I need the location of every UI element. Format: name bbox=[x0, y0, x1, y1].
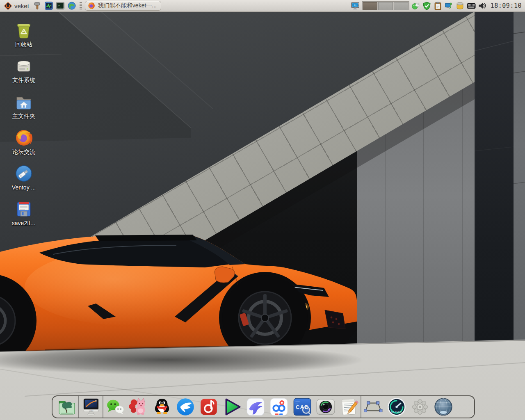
floor-seam-lines bbox=[0, 11, 525, 420]
netease-music-icon bbox=[199, 397, 219, 417]
tray-keyboard-layout[interactable] bbox=[467, 1, 476, 10]
home-folder-icon bbox=[15, 93, 33, 111]
launcher-hammer[interactable] bbox=[32, 1, 42, 11]
tray-network-monitor[interactable] bbox=[445, 1, 454, 10]
top-panel: veket >_ bbox=[0, 0, 525, 12]
desktop-icon-home-folder[interactable]: 主文件夹 bbox=[5, 93, 43, 120]
gear-flower-icon bbox=[410, 397, 430, 417]
messenger-icon bbox=[411, 2, 420, 10]
dock-stacer[interactable]: STACER bbox=[385, 396, 408, 418]
terminal-icon: >_ bbox=[56, 1, 65, 10]
dock: veket bbox=[52, 395, 475, 418]
dock-drawing-tool[interactable] bbox=[361, 396, 385, 418]
launcher-terminal[interactable]: >_ bbox=[55, 1, 65, 11]
keyboard-icon bbox=[467, 2, 476, 9]
xunlei-bird-icon bbox=[245, 397, 266, 417]
dock-camera[interactable] bbox=[314, 396, 337, 418]
svg-text:>_: >_ bbox=[58, 4, 62, 7]
task-title: 我们能不能和veket一... bbox=[98, 2, 157, 9]
menu-label: veket bbox=[14, 2, 29, 9]
veket-logo-icon bbox=[4, 2, 12, 10]
floppy-disk-icon bbox=[15, 200, 33, 218]
workspace-3[interactable] bbox=[394, 2, 409, 10]
dock-cad-viewer[interactable]: CAD bbox=[290, 396, 314, 418]
dock-netease-music[interactable] bbox=[197, 396, 220, 418]
veket-desktop-text: veket bbox=[89, 410, 93, 412]
wallpaper bbox=[0, 11, 525, 420]
clipboard-icon bbox=[434, 2, 442, 10]
dingtalk-icon bbox=[175, 397, 196, 417]
dock-xunlei[interactable] bbox=[244, 396, 267, 418]
system-monitor-icon bbox=[44, 1, 53, 10]
desktop-icon-label: Ventoy ... bbox=[12, 184, 36, 191]
stacer-gauge-icon: STACER bbox=[386, 397, 407, 417]
tray-disk-usage[interactable] bbox=[456, 1, 465, 10]
wechat-icon bbox=[105, 397, 126, 417]
camera-lens-icon bbox=[315, 397, 336, 417]
workspace-1[interactable] bbox=[363, 2, 377, 10]
volume-icon bbox=[478, 2, 487, 10]
dock-text-editor[interactable] bbox=[337, 396, 361, 418]
panel-clock[interactable]: 18:09:10 bbox=[489, 2, 523, 9]
recycle-bin-icon bbox=[15, 21, 33, 39]
desktop-icon-recycle-bin[interactable]: 回收站 bbox=[5, 21, 43, 48]
dock-settings[interactable] bbox=[408, 396, 431, 418]
firefox-icon bbox=[88, 2, 95, 9]
svg-text:✂: ✂ bbox=[354, 3, 356, 7]
tray-security-shield[interactable] bbox=[422, 1, 431, 10]
network-icon bbox=[445, 2, 453, 10]
tray-clipboard[interactable] bbox=[434, 1, 443, 10]
stacer-text: STACER bbox=[391, 411, 402, 413]
hammer-icon bbox=[33, 1, 42, 10]
desktop-icon-ventoy[interactable]: Ventoy ... bbox=[5, 164, 43, 191]
dock-dingtalk[interactable] bbox=[173, 396, 197, 418]
workspace-pager bbox=[362, 1, 409, 10]
dock-red-cat-app[interactable] bbox=[127, 396, 150, 418]
dock-media-player[interactable] bbox=[220, 396, 244, 418]
desktop-screen: veket >_ bbox=[0, 0, 525, 420]
red-cat-icon bbox=[128, 397, 149, 417]
workspace-2[interactable] bbox=[378, 2, 393, 10]
tray-messenger[interactable] bbox=[411, 1, 420, 10]
dock-network-globe[interactable] bbox=[431, 396, 455, 418]
network-globe-icon bbox=[433, 397, 454, 417]
desktop-icon-label: 主文件夹 bbox=[12, 113, 35, 120]
veket-desktop-icon: veket bbox=[81, 397, 101, 417]
screenshot-icon: ✂ bbox=[351, 1, 360, 11]
dock-file-manager[interactable] bbox=[55, 396, 78, 418]
tray-volume[interactable] bbox=[478, 1, 487, 10]
desktop-icon-label: 文件系统 bbox=[12, 77, 35, 84]
file-manager-icon bbox=[57, 397, 77, 417]
shield-icon bbox=[422, 2, 431, 10]
qq-icon bbox=[152, 397, 172, 417]
play-triangle-icon bbox=[222, 397, 242, 417]
baidu-netdisk-icon bbox=[269, 397, 289, 417]
launcher-system-monitor[interactable] bbox=[44, 1, 54, 11]
firefox-icon bbox=[15, 129, 33, 147]
disk-usage-icon bbox=[456, 2, 464, 10]
ventoy-usb-icon bbox=[15, 164, 33, 183]
dock-baidu-netdisk[interactable] bbox=[267, 396, 290, 418]
veket-menu-button[interactable]: veket bbox=[2, 1, 31, 11]
hard-disk-icon bbox=[15, 57, 33, 75]
dock-veket-desktop[interactable]: veket bbox=[79, 396, 103, 418]
desktop-icon-label: 回收站 bbox=[15, 41, 32, 48]
dock-wechat[interactable] bbox=[103, 396, 127, 418]
globe-icon bbox=[67, 1, 76, 10]
desktop-icon-label: 论坛交流 bbox=[12, 148, 35, 156]
taskbar-drag-handle[interactable] bbox=[80, 2, 82, 9]
cad-viewer-icon: CAD bbox=[292, 397, 313, 417]
launcher-web-browser[interactable] bbox=[67, 1, 77, 11]
desktop-icon-file-system[interactable]: 文件系统 bbox=[5, 57, 43, 84]
desktop-icon-forum[interactable]: 论坛交流 bbox=[5, 129, 43, 156]
screenshot-tool-button[interactable]: ✂ bbox=[351, 1, 360, 10]
trapezoid-shape-icon bbox=[363, 397, 383, 417]
task-button-firefox[interactable]: 我们能不能和veket一... bbox=[85, 1, 161, 11]
desktop-icon-label: save2fl… bbox=[12, 220, 36, 226]
dock-qq[interactable] bbox=[150, 396, 173, 418]
text-editor-icon bbox=[339, 397, 359, 417]
desktop-icon-save2flash[interactable]: save2fl… bbox=[5, 200, 43, 226]
